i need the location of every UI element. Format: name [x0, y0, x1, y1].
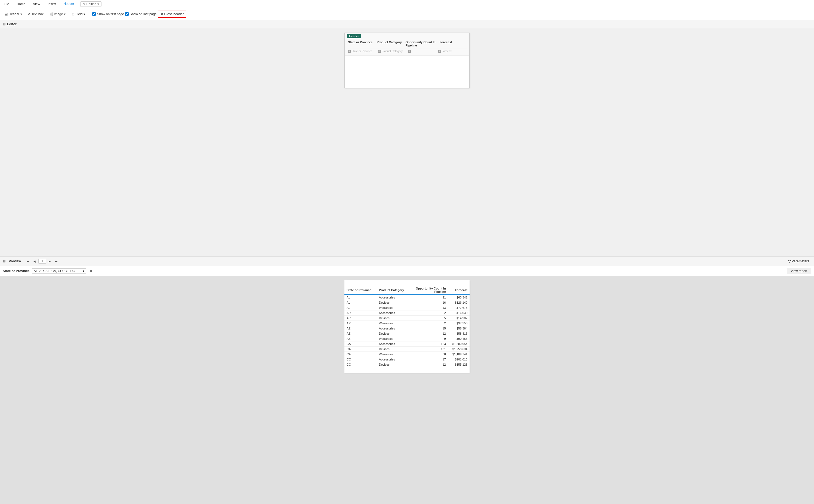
table-cell: $58,364: [448, 326, 470, 331]
table-cell: Warranties: [377, 321, 410, 326]
table-body: ALAccessories21$63,342ALDevices16$126,14…: [344, 295, 470, 367]
table-row: ALWarranties13$77,673: [344, 305, 470, 310]
header-badge: Header: [347, 34, 361, 38]
col-opportunity: Opportunity Count In Pipeline: [404, 40, 438, 48]
prev-page-button[interactable]: ◀: [32, 259, 37, 264]
close-header-label: Close header: [164, 12, 183, 16]
col-state: State or Province: [347, 40, 376, 48]
table-row: ARAccessories2$16,030: [344, 310, 470, 316]
table-cell: $63,342: [448, 295, 470, 300]
table-cell: AZ: [344, 326, 377, 331]
header-button[interactable]: ▤ Header ▾: [2, 11, 24, 17]
table-cell: Devices: [377, 331, 410, 336]
table-cell: $1,380,954: [448, 341, 470, 347]
last-page-button[interactable]: ⏭: [54, 259, 59, 264]
table-cell: 2: [410, 321, 448, 326]
view-report-button[interactable]: View report: [787, 268, 811, 274]
menu-insert[interactable]: Insert: [46, 1, 57, 7]
param-value-select[interactable]: AL, AR, AZ, CA, CO, CT, DC ▾: [32, 268, 86, 274]
header-columns: State or Province Product Category Oppor…: [347, 39, 467, 48]
table-cell: $14,907: [448, 316, 470, 321]
field-button[interactable]: ⊞ Field ▾: [69, 11, 88, 17]
col-forecast: Forecast: [438, 40, 467, 48]
product-field-icon: ⊞: [378, 50, 381, 53]
forecast-field-icon: ⊞: [438, 50, 441, 53]
editor-label-bar: ⊞ Editor: [0, 20, 814, 28]
image-icon: 🖼: [49, 12, 53, 16]
table-cell: AZ: [344, 331, 377, 336]
menu-bar: File Home View Insert Header ✎ Editing ▾: [0, 0, 814, 8]
table-cell: 21: [410, 295, 448, 300]
editing-chevron-icon: ▾: [97, 2, 99, 6]
header-chevron-icon: ▾: [20, 12, 22, 16]
table-cell: CO: [344, 362, 377, 367]
table-cell: $1,258,634: [448, 347, 470, 352]
forecast-placeholder: Forecast: [442, 50, 452, 53]
table-cell: $1,109,741: [448, 352, 470, 357]
table-row: CODevices12$155,123: [344, 362, 470, 367]
header-region[interactable]: Header State or Province Product Categor…: [345, 33, 469, 55]
menu-header[interactable]: Header: [62, 1, 76, 7]
table-cell: AR: [344, 321, 377, 326]
show-first-page-checkbox[interactable]: Show on first page: [92, 12, 124, 16]
table-cell: Devices: [377, 300, 410, 305]
table-cell: 9: [410, 336, 448, 341]
table-row: ARDevices5$14,907: [344, 316, 470, 321]
table-cell: $201,016: [448, 357, 470, 362]
close-header-button[interactable]: ✕ Close header: [158, 11, 186, 18]
table-row: COAccessories17$201,016: [344, 357, 470, 362]
next-page-button[interactable]: ▶: [47, 259, 52, 264]
header-data-row: ⊞ State or Province ⊞ Product Category ⊞…: [347, 48, 467, 54]
table-cell: 13: [410, 305, 448, 310]
parameters-button[interactable]: ▽ Parameters: [786, 259, 811, 264]
data-table: State or Province Product Category Oppor…: [344, 286, 470, 367]
table-cell: $77,673: [448, 305, 470, 310]
show-last-page-checkbox[interactable]: Show on last page: [125, 12, 157, 16]
th-product: Product Category: [377, 286, 410, 295]
textbox-button[interactable]: A Text box: [26, 11, 46, 17]
col-product: Product Category: [376, 40, 405, 48]
table-cell: $155,123: [448, 362, 470, 367]
menu-view[interactable]: View: [31, 1, 42, 7]
param-row: State or Province AL, AR, AZ, CA, CO, CT…: [0, 266, 814, 276]
table-cell: Warranties: [377, 305, 410, 310]
preview-report: State or Province Product Category Oppor…: [344, 280, 470, 373]
close-header-x-icon: ✕: [160, 12, 163, 16]
preview-area: State or Province Product Category Oppor…: [0, 276, 814, 504]
first-page-button[interactable]: ⏮: [25, 259, 31, 264]
app-layout: File Home View Insert Header ✎ Editing ▾…: [0, 0, 814, 504]
table-row: ALAccessories21$63,342: [344, 295, 470, 300]
body-region[interactable]: [345, 55, 469, 88]
table-cell: Warranties: [377, 336, 410, 341]
editor-area: Header State or Province Product Categor…: [0, 28, 814, 256]
menu-file[interactable]: File: [2, 1, 11, 7]
table-cell: 15: [410, 326, 448, 331]
image-chevron-icon: ▾: [64, 12, 66, 16]
state-placeholder: State or Province: [352, 50, 372, 53]
parameters-label: Parameters: [792, 259, 809, 263]
preview-grid-icon: ⊞: [3, 259, 5, 263]
table-cell: CA: [344, 341, 377, 347]
field-btn-label: Field: [75, 12, 82, 16]
table-cell: Accessories: [377, 295, 410, 300]
table-cell: 12: [410, 362, 448, 367]
filter-icon: ▽: [788, 259, 791, 263]
field-icon: ⊞: [71, 12, 74, 16]
data-cell-forecast: ⊞ Forecast: [437, 49, 467, 53]
show-first-checkbox-input[interactable]: [92, 12, 96, 16]
opportunity-field-icon: ⊞: [408, 50, 411, 53]
param-clear-button[interactable]: ✕: [89, 269, 93, 273]
preview-bar: ⊞ Preview ⏮ ◀ 1 ▶ ⏭ ▽ Parameters: [0, 256, 814, 266]
show-last-checkbox-input[interactable]: [125, 12, 129, 16]
table-cell: AZ: [344, 336, 377, 341]
editing-label: Editing: [86, 2, 97, 6]
preview-right-handle[interactable]: [812, 0, 814, 504]
header-icon: ▤: [5, 12, 8, 16]
table-cell: 16: [410, 300, 448, 305]
image-button[interactable]: 🖼 Image ▾: [47, 11, 68, 17]
data-cell-state: ⊞ State or Province: [347, 49, 377, 53]
menu-home[interactable]: Home: [15, 1, 27, 7]
table-cell: Accessories: [377, 310, 410, 316]
page-number-input[interactable]: 1: [38, 259, 46, 264]
editing-badge[interactable]: ✎ Editing ▾: [80, 1, 102, 7]
